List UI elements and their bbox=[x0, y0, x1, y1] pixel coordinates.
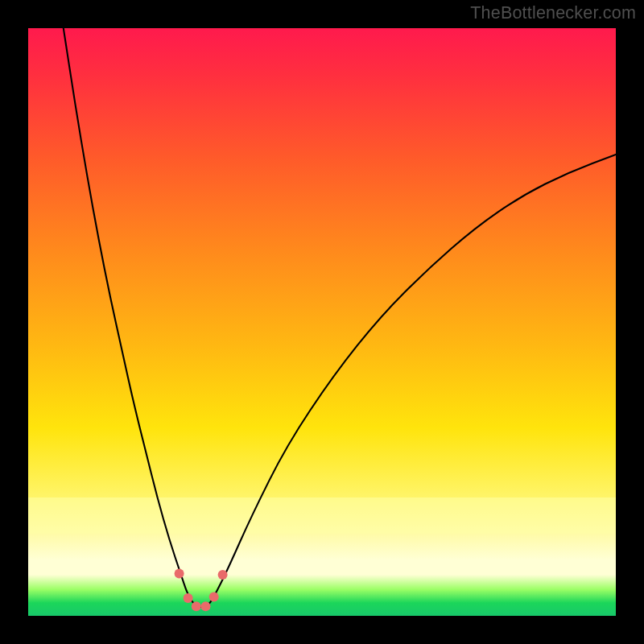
valley-dot bbox=[218, 570, 228, 580]
plot-area bbox=[28, 28, 616, 616]
chart-frame: TheBottlenecker.com bbox=[0, 0, 644, 644]
bottleneck-curve bbox=[64, 28, 616, 607]
curve-layer bbox=[28, 28, 616, 616]
valley-dot bbox=[201, 601, 211, 611]
valley-dot bbox=[184, 593, 193, 603]
valley-dots-group bbox=[175, 568, 228, 611]
valley-dot bbox=[209, 592, 219, 602]
watermark-text: TheBottlenecker.com bbox=[470, 3, 636, 23]
valley-dot bbox=[192, 601, 201, 611]
valley-dot bbox=[175, 568, 184, 578]
